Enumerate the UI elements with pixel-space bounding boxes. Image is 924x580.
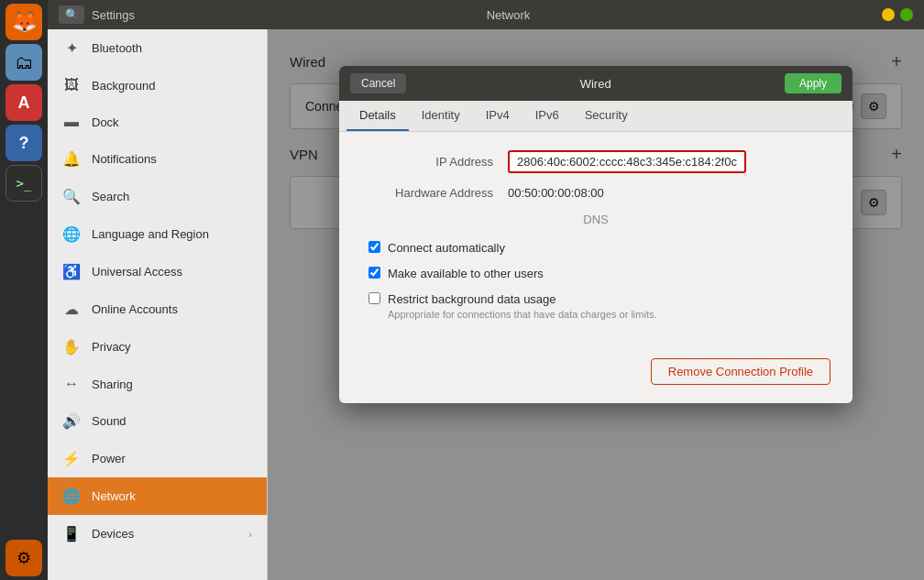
sidebar-item-devices[interactable]: 📱 Devices › <box>48 515 267 553</box>
auto-connect-label[interactable]: Connect automatically <box>388 241 505 255</box>
dock: 🦊 🗂 A ? >_ ⚙ <box>0 0 48 580</box>
app-window: 🔍 Settings Network ✦ Bluetooth 🖼 Backgro… <box>48 0 924 580</box>
dialog-header: Cancel Wired Apply <box>339 66 852 101</box>
avail-users-label[interactable]: Make available to other users <box>388 267 544 280</box>
dock-item-firefox[interactable]: 🦊 <box>6 4 42 40</box>
restrict-bg-sublabel: Appropriate for connections that have da… <box>388 309 657 320</box>
dns-label: DNS <box>361 213 830 226</box>
sidebar-label-search: Search <box>92 190 129 203</box>
sidebar-label-sound: Sound <box>92 414 126 428</box>
ip-address-value: 2806:40c:6002:cccc:48c3:345e:c184:2f0c <box>508 150 746 173</box>
ip-address-label: IP Address <box>361 155 508 169</box>
sidebar-item-language[interactable]: 🌐 Language and Region <box>48 215 267 253</box>
window-controls <box>882 8 913 21</box>
language-icon: 🌐 <box>62 225 81 243</box>
sidebar-label-network: Network <box>92 489 136 503</box>
search-icon: 🔍 <box>62 188 81 205</box>
sidebar-label-online-accounts: Online Accounts <box>92 302 178 316</box>
sidebar-label-sharing: Sharing <box>92 378 133 391</box>
remove-profile-button[interactable]: Remove Connection Profile <box>651 358 830 385</box>
sidebar-item-universal-access[interactable]: ♿ Universal Access <box>48 253 267 290</box>
sidebar-label-devices: Devices <box>92 527 134 541</box>
sidebar-label-dock: Dock <box>92 115 119 129</box>
hardware-address-value: 00:50:00:00:08:00 <box>508 186 604 200</box>
devices-icon: 📱 <box>62 525 81 542</box>
dialog-overlay: Cancel Wired Apply Details Identity IPv4… <box>268 29 924 580</box>
maximize-button[interactable] <box>900 8 913 21</box>
apply-button[interactable]: Apply <box>785 73 842 93</box>
dialog-tabs: Details Identity IPv4 IPv6 Security <box>339 101 852 132</box>
sidebar-item-online-accounts[interactable]: ☁ Online Accounts <box>48 290 267 328</box>
dock-item-help[interactable]: ? <box>6 125 42 161</box>
sidebar-item-search[interactable]: 🔍 Search <box>48 178 267 215</box>
sidebar-label-language: Language and Region <box>92 227 209 241</box>
sidebar-label-privacy: Privacy <box>92 340 131 354</box>
power-icon: ⚡ <box>62 450 81 467</box>
dock-item-settings[interactable]: ⚙ <box>6 540 42 576</box>
restrict-bg-label[interactable]: Restrict background data usage <box>388 292 556 306</box>
sidebar: ✦ Bluetooth 🖼 Background ▬ Dock 🔔 Notifi… <box>48 29 268 580</box>
titlebar: 🔍 Settings Network <box>48 0 924 29</box>
hardware-address-label: Hardware Address <box>361 186 508 200</box>
sidebar-item-background[interactable]: 🖼 Background <box>48 67 267 104</box>
content-area: ✦ Bluetooth 🖼 Background ▬ Dock 🔔 Notifi… <box>48 29 924 580</box>
dock-icon: ▬ <box>62 114 81 130</box>
titlebar-search-icon[interactable]: 🔍 <box>59 5 84 24</box>
sound-icon: 🔊 <box>62 412 81 430</box>
sidebar-item-bluetooth[interactable]: ✦ Bluetooth <box>48 29 267 67</box>
cancel-button[interactable]: Cancel <box>350 73 406 93</box>
dialog-body: IP Address 2806:40c:6002:cccc:48c3:345e:… <box>339 132 852 347</box>
bluetooth-icon: ✦ <box>62 39 81 57</box>
sidebar-item-notifications[interactable]: 🔔 Notifications <box>48 140 267 178</box>
universal-access-icon: ♿ <box>62 263 81 280</box>
ip-address-row: IP Address 2806:40c:6002:cccc:48c3:345e:… <box>361 150 830 173</box>
window-title: Network <box>487 8 531 22</box>
dock-item-files[interactable]: 🗂 <box>6 44 42 81</box>
minimize-button[interactable] <box>882 8 895 21</box>
sidebar-item-network[interactable]: 🌐 Network <box>48 477 267 515</box>
sidebar-label-bluetooth: Bluetooth <box>92 41 142 55</box>
sidebar-label-universal-access: Universal Access <box>92 265 182 279</box>
avail-users-checkbox[interactable] <box>368 267 380 279</box>
hardware-address-row: Hardware Address 00:50:00:00:08:00 <box>361 186 830 200</box>
main-panel: Wired + Connected ON ⚙ VPN + ⚙ <box>268 29 924 580</box>
dialog-title: Wired <box>406 77 785 91</box>
tab-security[interactable]: Security <box>572 101 641 131</box>
auto-connect-checkbox[interactable] <box>368 241 380 253</box>
tab-ipv4[interactable]: IPv4 <box>473 101 522 131</box>
dock-item-terminal[interactable]: >_ <box>6 165 42 202</box>
wired-dialog: Cancel Wired Apply Details Identity IPv4… <box>339 66 852 403</box>
sidebar-label-notifications: Notifications <box>92 152 157 166</box>
background-icon: 🖼 <box>62 77 81 93</box>
dialog-footer: Remove Connection Profile <box>339 347 852 403</box>
sidebar-item-power[interactable]: ⚡ Power <box>48 440 267 477</box>
avail-users-row: Make available to other users <box>361 265 830 281</box>
app-title: Settings <box>92 8 135 22</box>
network-icon: 🌐 <box>62 487 81 505</box>
sidebar-item-privacy[interactable]: ✋ Privacy <box>48 328 267 366</box>
notifications-icon: 🔔 <box>62 150 81 168</box>
sidebar-label-background: Background <box>92 79 155 93</box>
tab-details[interactable]: Details <box>346 101 409 131</box>
restrict-bg-row: Restrict background data usage Appropria… <box>361 290 830 320</box>
dock-item-appstore[interactable]: A <box>6 84 42 121</box>
chevron-right-icon: › <box>248 529 252 540</box>
auto-connect-row: Connect automatically <box>361 239 830 256</box>
online-accounts-icon: ☁ <box>62 301 81 318</box>
restrict-bg-checkbox[interactable] <box>368 292 380 304</box>
titlebar-left: 🔍 Settings <box>59 5 135 24</box>
sidebar-item-dock[interactable]: ▬ Dock <box>48 104 267 140</box>
sharing-icon: ↔ <box>62 376 81 392</box>
tab-identity[interactable]: Identity <box>409 101 473 131</box>
privacy-icon: ✋ <box>62 338 81 356</box>
tab-ipv6[interactable]: IPv6 <box>522 101 572 131</box>
sidebar-label-power: Power <box>92 452 126 465</box>
sidebar-item-sound[interactable]: 🔊 Sound <box>48 402 267 440</box>
sidebar-item-sharing[interactable]: ↔ Sharing <box>48 366 267 402</box>
